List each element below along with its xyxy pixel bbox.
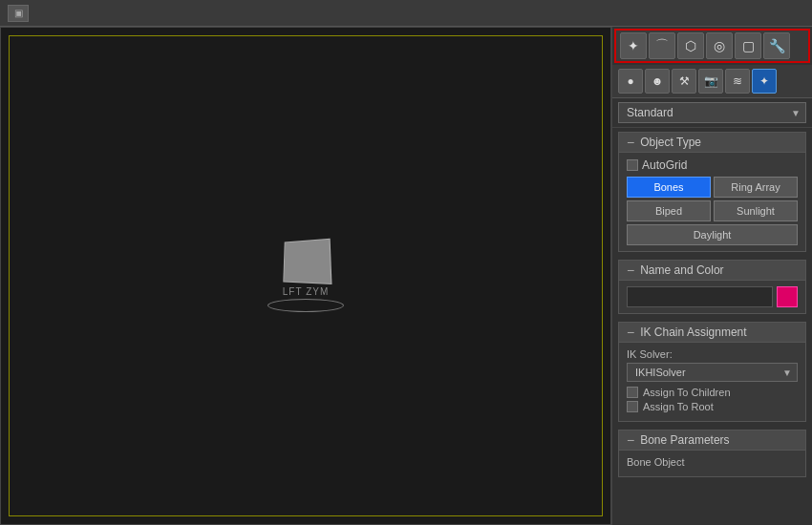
standard-dropdown[interactable]: Standard bbox=[618, 102, 806, 123]
assign-root-label: Assign To Root bbox=[643, 401, 714, 412]
camera-btn[interactable]: 📷 bbox=[698, 69, 723, 94]
object-type-section: − Object Type AutoGrid Bones Ring Array … bbox=[618, 132, 806, 252]
bone-params-body: Bone Object bbox=[619, 451, 805, 476]
sunlight-btn[interactable]: Sunlight bbox=[714, 200, 798, 221]
viewport: LFT ZYM bbox=[0, 27, 611, 525]
ik-solver-dropdown-container: IKHISolver ▼ bbox=[627, 363, 798, 382]
name-color-collapse-icon[interactable]: − bbox=[627, 263, 634, 277]
toolbar-row-1: ✦ ⌒ ⬡ ◎ ▢ 🔧 bbox=[614, 29, 810, 63]
viewport-center: LFT ZYM bbox=[267, 240, 344, 312]
name-color-title: Name and Color bbox=[640, 263, 723, 277]
geometry-btn[interactable]: ⬡ bbox=[677, 32, 704, 59]
bones-btn[interactable]: Bones bbox=[627, 177, 711, 198]
object-type-collapse-icon[interactable]: − bbox=[627, 136, 634, 149]
waves-btn[interactable]: ≋ bbox=[725, 69, 750, 94]
right-panel: ✦ ⌒ ⬡ ◎ ▢ 🔧 ● ☻ ⚒ 📷 ≋ ✦ Standard ▼ bbox=[611, 27, 812, 525]
object-type-buttons: Bones Ring Array Biped Sunlight Daylight bbox=[627, 177, 798, 245]
daylight-btn[interactable]: Daylight bbox=[627, 224, 798, 245]
bone-params-header: − Bone Parameters bbox=[619, 430, 805, 451]
name-color-header: − Name and Color bbox=[619, 261, 805, 281]
ik-chain-header: − IK Chain Assignment bbox=[619, 323, 805, 343]
bone-params-title: Bone Parameters bbox=[640, 433, 729, 447]
wrench-btn[interactable]: 🔧 bbox=[763, 32, 790, 59]
top-bar: ▣ bbox=[0, 0, 812, 27]
circle2-btn[interactable]: ● bbox=[618, 69, 643, 94]
face-btn[interactable]: ☻ bbox=[645, 69, 670, 94]
toolbar-row-2: ● ☻ ⚒ 📷 ≋ ✦ bbox=[612, 65, 812, 98]
ik-solver-label: IK Solver: bbox=[627, 348, 798, 360]
assign-children-row: Assign To Children bbox=[627, 387, 798, 398]
viewport-label: LFT ZYM bbox=[283, 286, 329, 297]
object-type-title: Object Type bbox=[640, 136, 701, 149]
bone-params-collapse-icon[interactable]: − bbox=[627, 433, 634, 447]
circle-btn[interactable]: ◎ bbox=[706, 32, 733, 59]
bone-params-section: − Bone Parameters Bone Object bbox=[618, 430, 806, 477]
main-layout: LFT ZYM ✦ ⌒ ⬡ ◎ ▢ 🔧 ● ☻ ⚒ 📷 ≋ ✦ St bbox=[0, 27, 812, 525]
assign-root-row: Assign To Root bbox=[627, 401, 798, 412]
object-type-body: AutoGrid Bones Ring Array Biped Sunlight… bbox=[619, 153, 805, 251]
viewport-ellipse bbox=[267, 299, 344, 312]
top-bar-icon: ▣ bbox=[8, 5, 29, 22]
assign-root-checkbox[interactable] bbox=[627, 401, 638, 412]
light-btn[interactable]: ✦ bbox=[620, 32, 647, 59]
standard-dropdown-container: Standard ▼ bbox=[618, 102, 806, 123]
object-type-header: − Object Type bbox=[619, 133, 805, 153]
name-color-body bbox=[619, 281, 805, 313]
ik-chain-section: − IK Chain Assignment IK Solver: IKHISol… bbox=[618, 322, 806, 422]
bone-object-label: Bone Object bbox=[627, 456, 798, 468]
ik-chain-collapse-icon[interactable]: − bbox=[627, 326, 634, 339]
autogrid-row: AutoGrid bbox=[627, 158, 798, 172]
ik-chain-body: IK Solver: IKHISolver ▼ Assign To Childr… bbox=[619, 343, 805, 421]
viewport-cube bbox=[283, 239, 331, 284]
dropdown-row: Standard ▼ bbox=[612, 98, 812, 128]
ik-chain-title: IK Chain Assignment bbox=[640, 326, 746, 339]
biped-btn[interactable]: Biped bbox=[627, 200, 711, 221]
assign-children-checkbox[interactable] bbox=[627, 387, 638, 398]
color-swatch[interactable] bbox=[777, 286, 798, 307]
ring-array-btn[interactable]: Ring Array bbox=[714, 177, 798, 198]
ik-solver-dropdown[interactable]: IKHISolver bbox=[627, 363, 798, 382]
assign-children-label: Assign To Children bbox=[643, 387, 731, 398]
curve-btn[interactable]: ⌒ bbox=[649, 32, 675, 59]
autogrid-label: AutoGrid bbox=[642, 158, 687, 172]
name-color-section: − Name and Color bbox=[618, 260, 806, 314]
name-color-row bbox=[627, 286, 798, 307]
autogrid-checkbox[interactable] bbox=[627, 159, 638, 171]
square-btn[interactable]: ▢ bbox=[735, 32, 761, 59]
star-btn[interactable]: ✦ bbox=[752, 69, 777, 94]
tool-btn[interactable]: ⚒ bbox=[672, 69, 696, 94]
name-input[interactable] bbox=[627, 286, 773, 307]
